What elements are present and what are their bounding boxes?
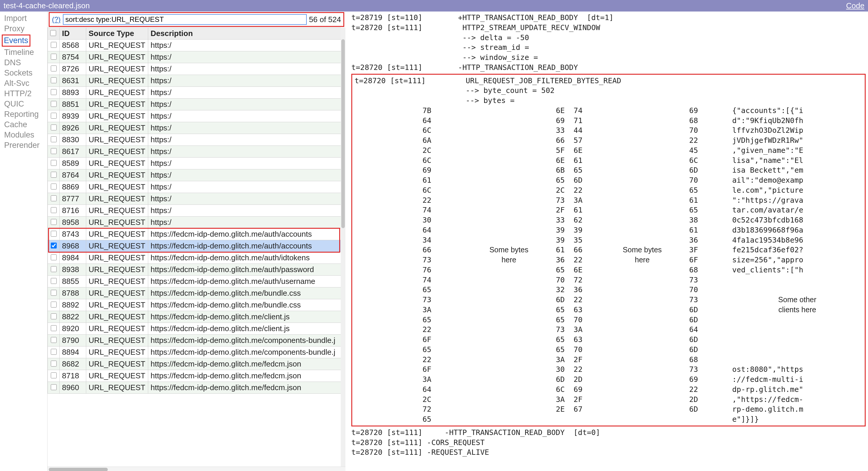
row-checkbox[interactable] — [51, 42, 57, 48]
table-row[interactable]: 8938URL_REQUESThttps://fedcm-idp-demo.gl… — [48, 264, 345, 276]
row-checkbox[interactable] — [51, 231, 57, 237]
table-row[interactable]: 8939URL_REQUESThttps:/ — [48, 111, 345, 122]
row-checkbox[interactable] — [51, 384, 57, 390]
row-checkbox[interactable] — [51, 101, 57, 107]
table-row[interactable]: 8617URL_REQUESThttps:/ — [48, 146, 345, 158]
filter-help-link[interactable]: (?) — [52, 15, 61, 24]
row-checkbox[interactable] — [51, 243, 57, 249]
row-checkbox[interactable] — [51, 172, 57, 178]
row-checkbox[interactable] — [51, 302, 57, 308]
row-checkbox[interactable] — [51, 313, 57, 319]
sidebar-item-quic[interactable]: QUIC — [4, 99, 45, 109]
table-row[interactable]: 8958URL_REQUESThttps:/ — [48, 217, 345, 228]
cell-desc: https:/ — [148, 122, 345, 134]
table-row[interactable]: 8920URL_REQUESThttps://fedcm-idp-demo.gl… — [48, 323, 345, 335]
table-row[interactable]: 8682URL_REQUESThttps://fedcm-idp-demo.gl… — [48, 358, 345, 370]
row-checkbox[interactable] — [51, 207, 57, 213]
col-description[interactable]: Description — [148, 28, 345, 39]
row-checkbox[interactable] — [51, 54, 57, 60]
cell-type: URL_REQUEST — [86, 228, 148, 240]
row-checkbox[interactable] — [51, 349, 57, 355]
sidebar-item-prerender[interactable]: Prerender — [4, 140, 45, 151]
events-table-wrap[interactable]: ID Source Type Description 8568URL_REQUE… — [48, 27, 345, 467]
row-checkbox[interactable] — [51, 337, 57, 343]
row-checkbox[interactable] — [51, 372, 57, 378]
row-checkbox[interactable] — [51, 113, 57, 119]
table-row[interactable]: 8631URL_REQUESThttps:/ — [48, 75, 345, 87]
row-checkbox[interactable] — [51, 148, 57, 154]
table-row[interactable]: 8568URL_REQUESThttps:/ — [48, 39, 345, 51]
table-row[interactable]: 8984URL_REQUESThttps://fedcm-idp-demo.gl… — [48, 252, 345, 264]
table-row[interactable]: 8822URL_REQUESThttps://fedcm-idp-demo.gl… — [48, 311, 345, 323]
row-checkbox[interactable] — [51, 184, 57, 189]
cell-desc: https:/ — [148, 87, 345, 99]
sidebar-item-modules[interactable]: Modules — [4, 130, 45, 140]
events-table: ID Source Type Description 8568URL_REQUE… — [48, 27, 345, 394]
cell-desc: https:/ — [148, 134, 345, 146]
sidebar-item-timeline[interactable]: Timeline — [4, 47, 45, 58]
filter-input[interactable] — [63, 14, 306, 25]
row-checkbox[interactable] — [51, 136, 57, 142]
table-row[interactable]: 8926URL_REQUESThttps:/ — [48, 122, 345, 134]
cell-id: 8777 — [60, 193, 86, 205]
row-checkbox[interactable] — [51, 360, 57, 367]
table-row[interactable]: 8726URL_REQUESThttps:/ — [48, 63, 345, 75]
row-checkbox[interactable] — [51, 65, 57, 71]
row-checkbox[interactable] — [51, 325, 57, 331]
col-source-type[interactable]: Source Type — [86, 28, 148, 39]
table-row[interactable]: 8718URL_REQUESThttps://fedcm-idp-demo.gl… — [48, 370, 345, 382]
sidebar-item-cache[interactable]: Cache — [4, 120, 45, 130]
table-row[interactable]: 8830URL_REQUESThttps:/ — [48, 134, 345, 146]
sidebar-item-alt-svc[interactable]: Alt-Svc — [4, 78, 45, 89]
sidebar-item-import[interactable]: Import — [4, 13, 45, 24]
sidebar-item-dns[interactable]: DNS — [4, 58, 45, 68]
row-checkbox[interactable] — [51, 89, 57, 95]
table-row[interactable]: 8894URL_REQUESThttps://fedcm-idp-demo.gl… — [48, 346, 345, 358]
sidebar-item-sockets[interactable]: Sockets — [4, 68, 45, 78]
table-row[interactable]: 8893URL_REQUESThttps:/ — [48, 87, 345, 99]
cell-desc: https:/ — [148, 39, 345, 51]
table-row[interactable]: 8754URL_REQUESThttps:/ — [48, 51, 345, 63]
row-checkbox[interactable] — [51, 160, 57, 166]
select-all-checkbox[interactable] — [50, 30, 56, 36]
table-row[interactable]: 8892URL_REQUESThttps://fedcm-idp-demo.gl… — [48, 299, 345, 311]
col-checkbox[interactable] — [48, 28, 60, 39]
table-row[interactable]: 8743URL_REQUESThttps://fedcm-idp-demo.gl… — [48, 228, 345, 240]
cell-type: URL_REQUEST — [86, 134, 148, 146]
row-checkbox[interactable] — [51, 254, 57, 260]
cell-id: 8855 — [60, 276, 86, 287]
sidebar-item-events[interactable]: Events — [4, 35, 28, 46]
table-row[interactable]: 8777URL_REQUESThttps:/ — [48, 193, 345, 205]
horizontal-scrollbar[interactable] — [48, 467, 345, 471]
row-checkbox[interactable] — [51, 219, 57, 225]
table-row[interactable]: 8790URL_REQUESThttps://fedcm-idp-demo.gl… — [48, 335, 345, 346]
cell-type: URL_REQUEST — [86, 311, 148, 323]
code-link[interactable]: Code — [846, 1, 864, 10]
table-row[interactable]: 8960URL_REQUESThttps://fedcm-idp-demo.gl… — [48, 382, 345, 394]
table-row[interactable]: 8869URL_REQUESThttps:/ — [48, 181, 345, 193]
table-row[interactable]: 8851URL_REQUESThttps:/ — [48, 99, 345, 111]
row-checkbox[interactable] — [51, 195, 57, 201]
cell-type: URL_REQUEST — [86, 276, 148, 287]
vertical-scrollbar[interactable] — [341, 27, 345, 467]
row-checkbox[interactable] — [51, 290, 57, 296]
table-row[interactable]: 8788URL_REQUESThttps://fedcm-idp-demo.gl… — [48, 287, 345, 299]
table-row[interactable]: 8589URL_REQUESThttps:/ — [48, 158, 345, 169]
cell-id: 8790 — [60, 335, 86, 346]
cell-id: 8568 — [60, 39, 86, 51]
table-row[interactable]: 8716URL_REQUESThttps:/ — [48, 205, 345, 217]
row-checkbox[interactable] — [51, 266, 57, 272]
row-checkbox[interactable] — [51, 77, 57, 83]
cell-type: URL_REQUEST — [86, 158, 148, 169]
sidebar-item-reporting[interactable]: Reporting — [4, 109, 45, 120]
event-details-panel[interactable]: t=28719 [st=110] +HTTP_TRANSACTION_READ_… — [345, 11, 868, 471]
col-id[interactable]: ID — [60, 28, 86, 39]
cell-type: URL_REQUEST — [86, 111, 148, 122]
row-checkbox[interactable] — [51, 278, 57, 284]
table-row[interactable]: 8968URL_REQUESThttps://fedcm-idp-demo.gl… — [48, 240, 345, 252]
sidebar-item-proxy[interactable]: Proxy — [4, 24, 45, 34]
sidebar-item-http/2[interactable]: HTTP/2 — [4, 89, 45, 99]
row-checkbox[interactable] — [51, 125, 57, 130]
table-row[interactable]: 8855URL_REQUESThttps://fedcm-idp-demo.gl… — [48, 276, 345, 287]
table-row[interactable]: 8764URL_REQUESThttps:/ — [48, 169, 345, 181]
